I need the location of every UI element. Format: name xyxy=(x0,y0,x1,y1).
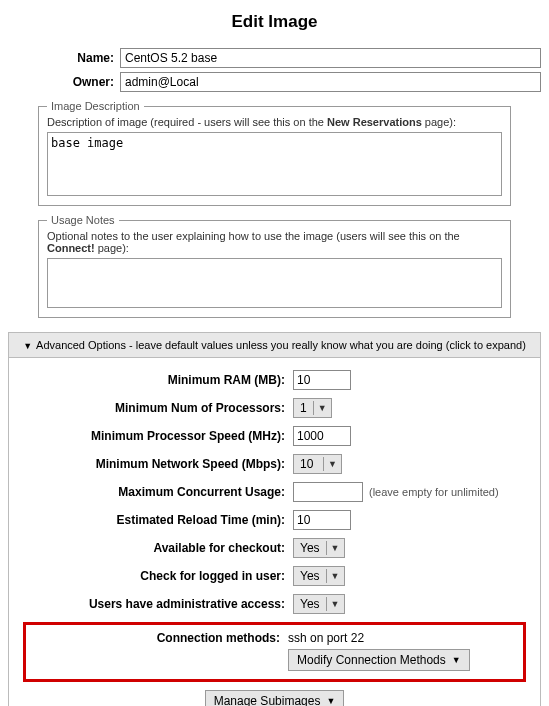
name-label: Name: xyxy=(8,51,120,65)
image-description-legend: Image Description xyxy=(47,100,144,112)
connection-methods-label: Connection methods: xyxy=(36,631,288,645)
manage-subimages-button[interactable]: Manage Subimages▼ xyxy=(205,690,345,706)
image-description-textarea[interactable]: base image xyxy=(47,132,502,196)
max-concurrent-hint: (leave empty for unlimited) xyxy=(369,486,499,498)
min-procs-label: Minimum Num of Processors: xyxy=(23,401,293,415)
chevron-down-icon: ▼ xyxy=(327,599,344,609)
min-ram-input[interactable] xyxy=(293,370,351,390)
chevron-down-icon: ▼ xyxy=(324,459,341,469)
chevron-down-icon: ▼ xyxy=(327,543,344,553)
name-input[interactable] xyxy=(120,48,541,68)
usage-notes-legend: Usage Notes xyxy=(47,214,119,226)
owner-label: Owner: xyxy=(8,75,120,89)
advanced-options-header[interactable]: ▼Advanced Options - leave default values… xyxy=(9,333,540,358)
page-title: Edit Image xyxy=(8,12,541,32)
max-concurrent-label: Maximum Concurrent Usage: xyxy=(23,485,293,499)
modify-connection-methods-button[interactable]: Modify Connection Methods▼ xyxy=(288,649,470,671)
advanced-options-panel: ▼Advanced Options - leave default values… xyxy=(8,332,541,706)
owner-input[interactable] xyxy=(120,72,541,92)
min-ram-label: Minimum RAM (MB): xyxy=(23,373,293,387)
check-logged-in-label: Check for logged in user: xyxy=(23,569,293,583)
available-checkout-label: Available for checkout: xyxy=(23,541,293,555)
connection-methods-highlight: Connection methods: ssh on port 22 Modif… xyxy=(23,622,526,682)
chevron-down-icon: ▼ xyxy=(452,655,461,665)
admin-access-label: Users have administrative access: xyxy=(23,597,293,611)
min-net-speed-label: Minimum Network Speed (Mbps): xyxy=(23,457,293,471)
check-logged-in-select[interactable]: Yes▼ xyxy=(293,566,345,586)
usage-notes-help: Optional notes to the user explaining ho… xyxy=(47,230,502,254)
admin-access-select[interactable]: Yes▼ xyxy=(293,594,345,614)
available-checkout-select[interactable]: Yes▼ xyxy=(293,538,345,558)
chevron-down-icon: ▼ xyxy=(23,341,32,351)
usage-notes-textarea[interactable] xyxy=(47,258,502,308)
usage-notes-fieldset: Usage Notes Optional notes to the user e… xyxy=(38,214,511,318)
min-procs-select[interactable]: 1▼ xyxy=(293,398,332,418)
max-concurrent-input[interactable] xyxy=(293,482,363,502)
image-description-fieldset: Image Description Description of image (… xyxy=(38,100,511,206)
image-description-help: Description of image (required - users w… xyxy=(47,116,502,128)
min-proc-speed-label: Minimum Processor Speed (MHz): xyxy=(23,429,293,443)
min-net-speed-select[interactable]: 10▼ xyxy=(293,454,342,474)
chevron-down-icon: ▼ xyxy=(314,403,331,413)
min-proc-speed-input[interactable] xyxy=(293,426,351,446)
chevron-down-icon: ▼ xyxy=(327,571,344,581)
reload-time-input[interactable] xyxy=(293,510,351,530)
chevron-down-icon: ▼ xyxy=(326,696,335,706)
reload-time-label: Estimated Reload Time (min): xyxy=(23,513,293,527)
connection-methods-value: ssh on port 22 xyxy=(288,631,364,645)
